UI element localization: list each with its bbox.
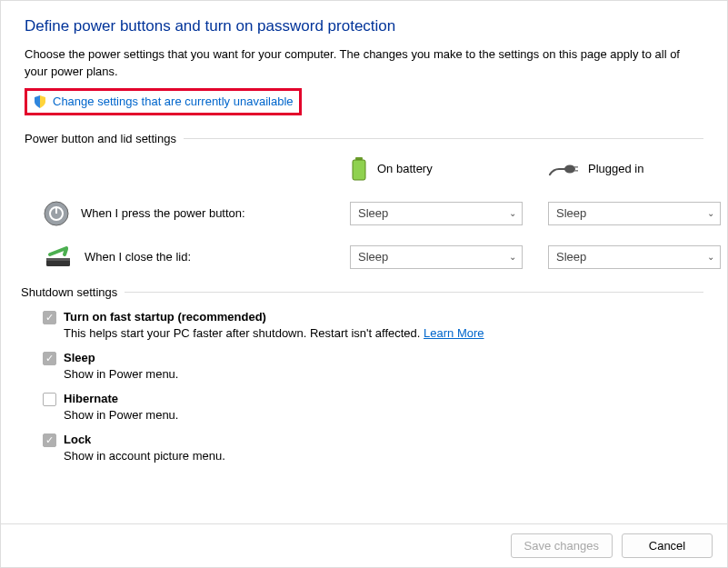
power-button-battery-select[interactable]: Sleep ⌄ [350,202,523,225]
cancel-button[interactable]: Cancel [622,533,713,558]
sleep-checkbox[interactable] [43,352,56,365]
lock-title: Lock [64,433,91,446]
footer: Save changes Cancel [1,523,727,567]
svg-rect-9 [55,206,57,214]
laptop-lid-icon [43,245,74,269]
column-plugged: Plugged in [548,160,721,178]
shutdown-section-header: Shutdown settings [21,285,703,299]
svg-point-3 [564,164,575,173]
fast-startup-title: Turn on fast startup (recommended) [64,310,266,324]
chevron-down-icon: ⌄ [707,252,714,262]
hibernate-title: Hibernate [64,392,118,405]
column-battery: On battery [350,156,523,182]
learn-more-link[interactable]: Learn More [424,326,484,340]
lid-label: When I close the lid: [85,250,191,264]
chevron-down-icon: ⌄ [509,252,516,262]
page-title: Define power buttons and turn on passwor… [25,17,703,35]
fast-startup-checkbox[interactable] [43,311,56,324]
plug-icon [548,160,579,178]
hibernate-checkbox[interactable] [43,393,56,406]
sleep-sub: Show in Power menu. [64,367,703,381]
save-changes-button[interactable]: Save changes [511,533,613,558]
lid-battery-select[interactable]: Sleep ⌄ [350,245,523,269]
lock-row: Lock [43,433,703,447]
column-plugged-label: Plugged in [588,162,643,175]
hibernate-sub: Show in Power menu. [64,408,703,422]
chevron-down-icon: ⌄ [707,208,714,218]
lid-plugged-select[interactable]: Sleep ⌄ [548,245,721,269]
chevron-down-icon: ⌄ [509,208,516,218]
lock-checkbox[interactable] [43,433,56,447]
divider [125,292,703,293]
battery-icon [350,156,368,182]
power-button-plugged-select[interactable]: Sleep ⌄ [548,202,721,225]
power-section-header: Power button and lid settings [25,132,703,145]
power-button-label: When I press the power button: [81,206,245,220]
svg-rect-4 [574,166,578,168]
page-description: Choose the power settings that you want … [25,46,703,81]
divider [184,138,703,139]
svg-rect-1 [353,160,365,180]
select-value: Sleep [358,206,388,220]
select-value: Sleep [556,250,586,264]
lock-sub: Show in account picture menu. [64,449,703,463]
fast-startup-sub: This helps start your PC faster after sh… [64,326,703,340]
svg-rect-5 [574,170,578,172]
shield-icon [33,95,47,109]
power-button-row-label: When I press the power button: [43,200,324,227]
change-settings-highlight: Change settings that are currently unava… [25,88,302,115]
sleep-row: Sleep [43,351,703,365]
column-battery-label: On battery [377,162,433,175]
fast-startup-row: Turn on fast startup (recommended) [43,310,703,324]
power-section-label: Power button and lid settings [25,132,176,145]
change-settings-link[interactable]: Change settings that are currently unava… [53,95,294,108]
hibernate-row: Hibernate [43,392,703,406]
power-button-icon [43,200,70,227]
shutdown-section-label: Shutdown settings [21,285,117,299]
sleep-title: Sleep [64,351,95,364]
lid-row-label: When I close the lid: [43,245,324,269]
svg-rect-11 [46,258,70,261]
select-value: Sleep [358,250,388,264]
select-value: Sleep [556,206,586,220]
